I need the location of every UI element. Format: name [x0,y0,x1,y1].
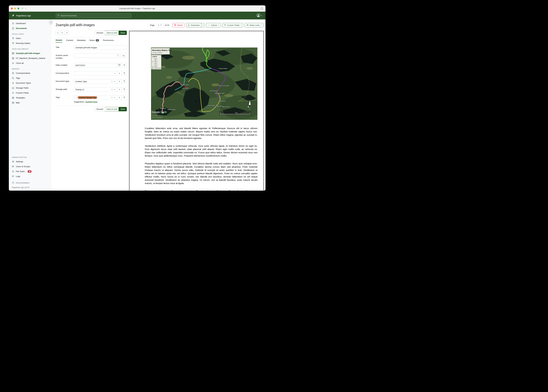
trash-icon [174,24,176,27]
close-document-button[interactable] [56,31,60,35]
tab-details[interactable]: Details [56,39,62,42]
tag-suggestion-link[interactable]: TagWithPartial [85,101,97,103]
tab-notes[interactable]: Notes1 [89,39,99,42]
tags-select[interactable]: ✕ Another Sample Tag ✕ ▼ [74,95,117,100]
tab-metadata[interactable]: Metadata [77,39,86,42]
delete-button[interactable]: Delete [172,23,185,27]
sidebar-item-tags[interactable]: Tags [9,76,51,81]
page-stepper[interactable] [160,24,162,27]
sidebar-item-documentation[interactable]: Documentation [9,180,51,185]
add-storage-path-button[interactable]: + [117,87,122,92]
asn-plus-one-button[interactable]: +1 [120,53,127,58]
sidebar-item-dashboard[interactable]: Dashboard [9,21,51,26]
svg-text:N: N [247,105,249,108]
add-tag-button[interactable]: + [117,95,122,100]
app-name: Paperless-ngx [16,14,31,17]
sidebar-item-open-doc-2[interactable]: H7_Napoleon_Bonaparte_zadanie [9,56,51,61]
chevron-down-icon: ▼ [114,73,115,74]
sidebar-item-settings[interactable]: Settings [9,159,51,164]
actions-button[interactable]: ⋯ Actions ▾ [206,23,221,27]
clear-icon[interactable]: ✕ [111,80,113,83]
sidebar-item-storage-paths[interactable]: Storage Paths [9,85,51,90]
app-version: Paperless-ngx v2.0.0 [9,185,51,191]
sidebar-item-templates[interactable]: Templates [9,95,51,100]
page-number-input[interactable]: 1 [158,24,159,26]
tab-content[interactable]: Content [66,39,73,42]
funnel-icon [12,37,14,40]
sidebar-collapse-button[interactable]: « [49,20,53,25]
calendar-button[interactable] [117,63,122,68]
add-document-type-button[interactable]: + [117,79,122,84]
calendar-icon [118,64,120,67]
app-brand[interactable]: Paperless-ngx [12,14,53,17]
search-input[interactable] [61,14,130,17]
remove-tag-icon[interactable]: ✕ [75,97,77,98]
sidebar-item-document-types[interactable]: # Document Types [9,81,51,85]
save-and-next-button-bottom[interactable]: Save & next [105,107,119,111]
browser-back-button[interactable] [22,7,23,10]
storage-path-filter-button[interactable] [122,87,127,92]
sidebar-item-correspondents[interactable]: Correspondents [9,71,51,76]
clear-icon[interactable]: ✕ [111,97,113,98]
sidebar-item-custom-fields[interactable]: Custom Fields [9,90,51,95]
browser-forward-button[interactable] [25,7,27,10]
discard-button[interactable]: Discard [95,31,105,35]
date-filter-button[interactable] [122,63,127,68]
sidebar-item-recently-added[interactable]: Recently Added [9,41,51,46]
sidebar-item-mail[interactable]: Mail [9,100,51,105]
chevron-down-icon: ▾ [261,25,262,26]
sidebar-item-file-tasks[interactable]: File Tasks 16 [9,169,51,174]
add-correspondent-button[interactable]: + [117,71,122,76]
sidebar-item-open-doc-1[interactable]: 2sample-pdf-with-images [9,51,51,56]
correspondent-select[interactable]: ▼ [74,71,117,76]
map-copyright-2: Image © 2017 DigitalGlobe [152,117,163,118]
close-window-button[interactable] [11,8,13,9]
minimize-window-button[interactable] [14,8,16,9]
previous-document-button[interactable] [60,31,65,35]
next-document-button[interactable] [65,31,69,35]
sidebar-item-users-groups[interactable]: Users & Groups [9,164,51,169]
storage-path-select[interactable]: Testing 12 ✕ ▼ [74,87,117,92]
clear-icon[interactable]: ✕ [111,88,113,91]
document-title-heading: 2sample-pdf-with-images [56,23,95,27]
sidebar-item-logs[interactable]: Logs [9,174,51,179]
custom-fields-button[interactable]: Custom Fields ▾ [222,23,243,27]
tags-filter-button[interactable] [122,95,127,100]
date-created-input[interactable]: 03/27/2022 [74,63,117,68]
user-menu[interactable]: ▾ [257,14,262,18]
document-toolbar: Page 1 of 10 Delete Do [148,23,263,27]
funnel-icon [12,42,14,44]
page-navigation-group: Page 1 of 10 [148,23,171,27]
sidebar-section-open-documents: OPEN DOCUMENTS [9,46,51,51]
asn-input[interactable] [74,53,120,58]
sidebar-item-inbox[interactable]: Inbox [9,36,51,41]
tag-icon [12,77,14,79]
map-island-label: New York Island [180,84,189,85]
save-and-next-button[interactable]: Save & next [105,31,119,35]
save-button[interactable]: Save [119,31,127,35]
asn-stepper[interactable] [117,54,119,57]
zoom-window-button[interactable] [17,8,19,9]
document-type-filter-button[interactable] [122,79,127,84]
share-links-button[interactable]: Share Links ▾ [245,23,263,27]
pdf-text-content: Curabitur bibendum ante urna, sed blandi… [145,127,258,191]
save-button-bottom[interactable]: Save [119,107,127,111]
paperless-logo-icon [12,14,15,17]
download-button[interactable]: Download [186,23,201,27]
map-island-label: Mile Island [160,108,166,109]
download-caret-button[interactable]: ▾ [201,23,205,27]
document-preview-pane[interactable]: Hausons Island New York Island Gary Isla… [129,31,264,191]
ellipsis-icon: ⋯ [208,24,210,26]
share-icon[interactable] [261,7,263,10]
sidebar-item-close-all[interactable]: Close all [9,61,51,66]
discard-button-bottom[interactable]: Discard [95,107,105,111]
sidebar-item-documents[interactable]: Documents [9,26,51,31]
home-icon [12,22,14,25]
correspondent-filter-button[interactable] [122,71,127,76]
tab-permissions[interactable]: Permissions [103,39,114,42]
search-bar[interactable] [56,13,131,18]
title-input[interactable]: 2sample-pdf-with-images [74,45,127,50]
tag-chip[interactable]: Another Sample Tag [78,96,97,99]
document-type-select[interactable]: Another Type ✕ ▼ [74,79,117,84]
document-type-field-label: Document type [56,79,74,84]
